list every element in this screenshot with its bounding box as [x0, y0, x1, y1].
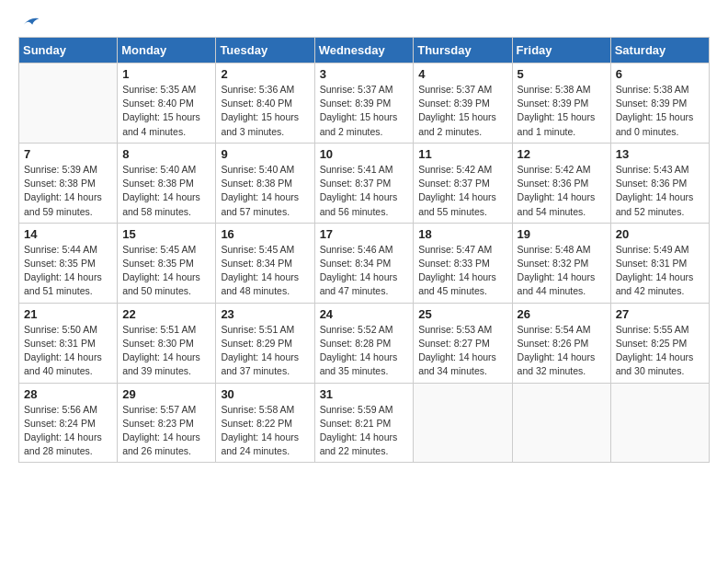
page-header	[18, 15, 710, 26]
calendar-cell: 15Sunrise: 5:45 AMSunset: 8:35 PMDayligh…	[118, 223, 216, 303]
day-number: 10	[320, 147, 409, 161]
day-info: Sunrise: 5:51 AMSunset: 8:29 PMDaylight:…	[221, 323, 309, 379]
day-number: 27	[616, 307, 704, 321]
day-info: Sunrise: 5:40 AMSunset: 8:38 PMDaylight:…	[221, 163, 309, 219]
calendar-cell: 23Sunrise: 5:51 AMSunset: 8:29 PMDayligh…	[216, 303, 314, 383]
day-number: 14	[24, 227, 112, 241]
calendar-cell: 19Sunrise: 5:48 AMSunset: 8:32 PMDayligh…	[512, 223, 610, 303]
calendar-cell: 4Sunrise: 5:37 AMSunset: 8:39 PMDaylight…	[414, 63, 512, 144]
day-number: 26	[518, 307, 606, 321]
day-number: 19	[518, 227, 606, 241]
calendar-week-row: 21Sunrise: 5:50 AMSunset: 8:31 PMDayligh…	[19, 303, 710, 383]
day-number: 16	[221, 227, 309, 241]
weekday-header-wednesday: Wednesday	[314, 38, 414, 63]
day-info: Sunrise: 5:56 AMSunset: 8:24 PMDaylight:…	[24, 403, 112, 459]
calendar-cell: 17Sunrise: 5:46 AMSunset: 8:34 PMDayligh…	[314, 223, 414, 303]
day-number: 22	[122, 307, 210, 321]
calendar-cell: 3Sunrise: 5:37 AMSunset: 8:39 PMDaylight…	[314, 63, 414, 144]
calendar-week-row: 14Sunrise: 5:44 AMSunset: 8:35 PMDayligh…	[19, 223, 710, 303]
calendar-cell: 7Sunrise: 5:39 AMSunset: 8:38 PMDaylight…	[19, 143, 118, 223]
calendar-cell: 21Sunrise: 5:50 AMSunset: 8:31 PMDayligh…	[19, 303, 118, 383]
day-info: Sunrise: 5:45 AMSunset: 8:35 PMDaylight:…	[122, 243, 210, 299]
day-number: 13	[616, 147, 704, 161]
day-number: 31	[320, 387, 409, 401]
day-info: Sunrise: 5:42 AMSunset: 8:37 PMDaylight:…	[418, 163, 506, 219]
day-number: 29	[122, 387, 210, 401]
calendar-cell: 24Sunrise: 5:52 AMSunset: 8:28 PMDayligh…	[314, 303, 414, 383]
day-info: Sunrise: 5:55 AMSunset: 8:25 PMDaylight:…	[616, 323, 704, 379]
day-info: Sunrise: 5:43 AMSunset: 8:36 PMDaylight:…	[616, 163, 704, 219]
day-info: Sunrise: 5:52 AMSunset: 8:28 PMDaylight:…	[320, 323, 409, 379]
calendar-cell: 5Sunrise: 5:38 AMSunset: 8:39 PMDaylight…	[512, 63, 610, 144]
day-info: Sunrise: 5:42 AMSunset: 8:36 PMDaylight:…	[518, 163, 606, 219]
calendar-table: SundayMondayTuesdayWednesdayThursdayFrid…	[18, 37, 710, 463]
weekday-header-monday: Monday	[118, 38, 216, 63]
day-info: Sunrise: 5:39 AMSunset: 8:38 PMDaylight:…	[24, 163, 112, 219]
calendar-cell: 28Sunrise: 5:56 AMSunset: 8:24 PMDayligh…	[19, 383, 118, 463]
day-info: Sunrise: 5:50 AMSunset: 8:31 PMDaylight:…	[24, 323, 112, 379]
day-info: Sunrise: 5:49 AMSunset: 8:31 PMDaylight:…	[616, 243, 704, 299]
day-info: Sunrise: 5:47 AMSunset: 8:33 PMDaylight:…	[418, 243, 506, 299]
calendar-cell: 26Sunrise: 5:54 AMSunset: 8:26 PMDayligh…	[512, 303, 610, 383]
calendar-week-row: 7Sunrise: 5:39 AMSunset: 8:38 PMDaylight…	[19, 143, 710, 223]
day-number: 11	[418, 147, 506, 161]
day-info: Sunrise: 5:36 AMSunset: 8:40 PMDaylight:…	[221, 83, 309, 139]
day-info: Sunrise: 5:54 AMSunset: 8:26 PMDaylight:…	[518, 323, 606, 379]
calendar-cell: 16Sunrise: 5:45 AMSunset: 8:34 PMDayligh…	[216, 223, 314, 303]
day-info: Sunrise: 5:37 AMSunset: 8:39 PMDaylight:…	[320, 83, 409, 139]
calendar-cell	[512, 383, 610, 463]
calendar-cell: 31Sunrise: 5:59 AMSunset: 8:21 PMDayligh…	[314, 383, 414, 463]
day-number: 6	[616, 67, 704, 81]
calendar-week-row: 28Sunrise: 5:56 AMSunset: 8:24 PMDayligh…	[19, 383, 710, 463]
day-number: 18	[418, 227, 506, 241]
day-number: 7	[24, 147, 112, 161]
calendar-cell: 13Sunrise: 5:43 AMSunset: 8:36 PMDayligh…	[610, 143, 709, 223]
calendar-cell: 25Sunrise: 5:53 AMSunset: 8:27 PMDayligh…	[414, 303, 512, 383]
calendar-cell: 27Sunrise: 5:55 AMSunset: 8:25 PMDayligh…	[610, 303, 709, 383]
day-number: 12	[518, 147, 606, 161]
logo	[18, 15, 40, 26]
day-info: Sunrise: 5:53 AMSunset: 8:27 PMDaylight:…	[418, 323, 506, 379]
day-info: Sunrise: 5:44 AMSunset: 8:35 PMDaylight:…	[24, 243, 112, 299]
day-number: 1	[122, 67, 210, 81]
calendar-cell: 6Sunrise: 5:38 AMSunset: 8:39 PMDaylight…	[610, 63, 709, 144]
day-number: 15	[122, 227, 210, 241]
calendar-cell: 9Sunrise: 5:40 AMSunset: 8:38 PMDaylight…	[216, 143, 314, 223]
logo-bird-icon	[20, 15, 40, 28]
day-number: 5	[518, 67, 606, 81]
calendar-cell: 8Sunrise: 5:40 AMSunset: 8:38 PMDaylight…	[118, 143, 216, 223]
calendar-cell: 20Sunrise: 5:49 AMSunset: 8:31 PMDayligh…	[610, 223, 709, 303]
day-number: 21	[24, 307, 112, 321]
day-number: 3	[320, 67, 409, 81]
day-number: 17	[320, 227, 409, 241]
weekday-header-friday: Friday	[512, 38, 610, 63]
calendar-cell: 30Sunrise: 5:58 AMSunset: 8:22 PMDayligh…	[216, 383, 314, 463]
day-number: 23	[221, 307, 309, 321]
day-number: 24	[320, 307, 409, 321]
day-number: 20	[616, 227, 704, 241]
day-info: Sunrise: 5:59 AMSunset: 8:21 PMDaylight:…	[320, 403, 409, 459]
day-info: Sunrise: 5:38 AMSunset: 8:39 PMDaylight:…	[518, 83, 606, 139]
calendar-cell: 1Sunrise: 5:35 AMSunset: 8:40 PMDaylight…	[118, 63, 216, 144]
calendar-cell: 14Sunrise: 5:44 AMSunset: 8:35 PMDayligh…	[19, 223, 118, 303]
day-info: Sunrise: 5:35 AMSunset: 8:40 PMDaylight:…	[122, 83, 210, 139]
calendar-cell: 2Sunrise: 5:36 AMSunset: 8:40 PMDaylight…	[216, 63, 314, 144]
day-number: 4	[418, 67, 506, 81]
weekday-header-tuesday: Tuesday	[216, 38, 314, 63]
calendar-cell: 29Sunrise: 5:57 AMSunset: 8:23 PMDayligh…	[118, 383, 216, 463]
day-info: Sunrise: 5:46 AMSunset: 8:34 PMDaylight:…	[320, 243, 409, 299]
day-info: Sunrise: 5:38 AMSunset: 8:39 PMDaylight:…	[616, 83, 704, 139]
day-number: 8	[122, 147, 210, 161]
calendar-cell	[19, 63, 118, 144]
weekday-header-saturday: Saturday	[610, 38, 709, 63]
calendar-cell	[414, 383, 512, 463]
calendar-cell: 11Sunrise: 5:42 AMSunset: 8:37 PMDayligh…	[414, 143, 512, 223]
weekday-header-thursday: Thursday	[414, 38, 512, 63]
calendar-cell: 22Sunrise: 5:51 AMSunset: 8:30 PMDayligh…	[118, 303, 216, 383]
calendar-cell: 12Sunrise: 5:42 AMSunset: 8:36 PMDayligh…	[512, 143, 610, 223]
weekday-header-sunday: Sunday	[19, 38, 118, 63]
day-info: Sunrise: 5:58 AMSunset: 8:22 PMDaylight:…	[221, 403, 309, 459]
day-number: 9	[221, 147, 309, 161]
day-number: 25	[418, 307, 506, 321]
day-number: 2	[221, 67, 309, 81]
